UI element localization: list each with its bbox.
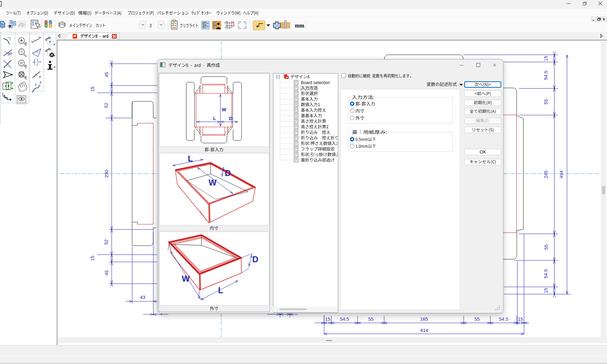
- svg-text:2: 2: [35, 83, 37, 86]
- svg-text:1: 1: [32, 90, 33, 93]
- svg-text:3: 3: [39, 81, 41, 84]
